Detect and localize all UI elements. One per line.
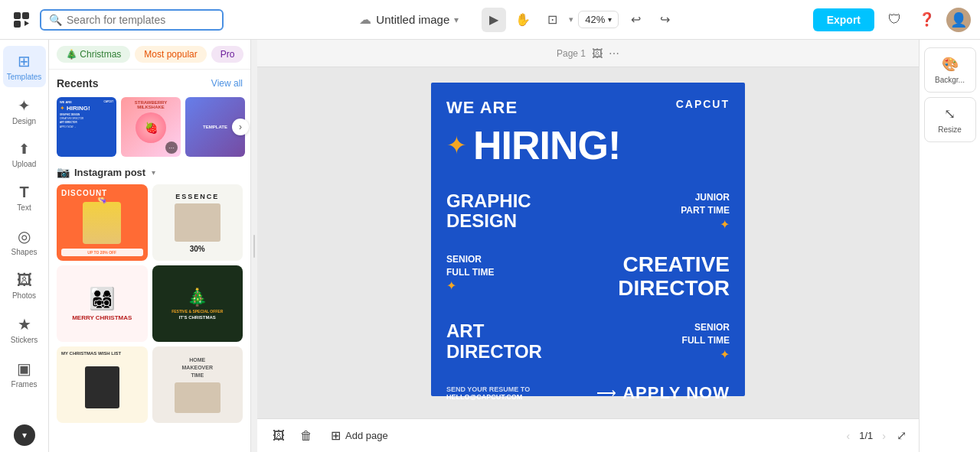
delete-button[interactable]: 🗑 — [297, 426, 315, 446]
view-all-button[interactable]: View all — [211, 78, 243, 89]
frame-chevron-icon[interactable]: ▾ — [569, 15, 573, 24]
topbar-center: ☁ Untitled image ▾ ▶ ✋ ⊡ ▾ 42% ▾ ↩ ↪ — [231, 8, 805, 32]
poster-junior-type: JUNIORPART TIME — [681, 191, 730, 217]
filter-tab-pro[interactable]: Pro — [211, 46, 244, 63]
panel-content: Recents View all WE ARE CAPCUT ✦ HIRING! — [49, 70, 250, 452]
filter-tab-popular[interactable]: Most popular — [135, 46, 206, 63]
bottom-right: ‹ 1/1 › ⤢ — [842, 428, 906, 444]
search-input[interactable] — [67, 14, 214, 26]
svg-rect-1 — [22, 12, 29, 19]
right-panel: 🎨 Backgr... ⤡ Resize — [919, 40, 980, 452]
cursor-tool-button[interactable]: ▶ — [482, 8, 506, 32]
topbar-right: Export 🛡 ❓ 👤 — [813, 8, 971, 32]
canvas-top-bar: Page 1 🖼 ⋯ — [257, 40, 919, 67]
topbar: 🔍 ☁ Untitled image ▾ ▶ ✋ ⊡ ▾ 42% ▾ ↩ ↪ E… — [0, 0, 980, 40]
poster-senior-type: SENIORFULL TIME — [446, 253, 494, 279]
zoom-control[interactable]: 42% ▾ — [578, 11, 619, 28]
sidebar-item-label: Text — [17, 203, 31, 212]
page-photo-icon[interactable]: 🖼 — [592, 47, 603, 60]
help-icon-button[interactable]: ❓ — [914, 8, 939, 32]
sidebar-item-design[interactable]: ✦ Design — [3, 90, 46, 132]
poster-apply-now: APPLY NOW — [622, 383, 730, 403]
hand-tool-button[interactable]: ✋ — [511, 8, 535, 32]
page-nav: ‹ 1/1 › — [842, 428, 890, 444]
recent-thumb-2[interactable]: STRAWBERRYMILKSHAKE 🍓 ⋯ — [121, 97, 181, 157]
add-page-button[interactable]: ⊞ Add page — [325, 425, 394, 446]
poster-hiring: HIRING! — [473, 122, 620, 168]
filter-tab-christmas[interactable]: 🎄 Christmas — [57, 46, 130, 63]
poster-email-section: SEND YOUR RESUME TO HELLO@CAPCUT.COM — [446, 385, 530, 401]
toolbar-icons: ▶ ✋ ⊡ ▾ 42% ▾ ↩ ↪ — [482, 8, 677, 32]
sidebar-item-photos[interactable]: 🖼 Photos — [3, 265, 46, 306]
next-page-button[interactable]: › — [877, 428, 890, 444]
export-button[interactable]: Export — [813, 8, 874, 31]
recent-thumb-1[interactable]: WE ARE CAPCUT ✦ HIRING! GRAPHIC DESIGN C… — [57, 97, 116, 157]
poster-star-sm-icon-2: ✦ — [446, 278, 494, 293]
poster-hiring-row: ✦ HIRING! — [446, 122, 730, 168]
poster-art-left: ARTDIRECTOR — [446, 321, 542, 362]
canvas-bottom-bar: 🖼 🗑 ⊞ Add page ‹ 1/1 › ⤢ — [257, 418, 919, 452]
search-box[interactable]: 🔍 — [40, 9, 224, 31]
sidebar-item-stickers[interactable]: ★ Stickers — [3, 309, 46, 350]
zoom-value: 42% — [585, 14, 605, 25]
sidebar-item-shapes[interactable]: ◎ Shapes — [3, 221, 46, 262]
poster-section-left: GRAPHICDESIGN — [446, 191, 531, 232]
page-more-icon[interactable]: ⋯ — [609, 47, 619, 60]
poster-creative-director-section: SENIORFULL TIME ✦ CREATIVEDIRECTOR — [446, 247, 730, 307]
background-button[interactable]: 🎨 Backgr... — [924, 47, 976, 93]
sidebar-item-templates[interactable]: ⊞ Templates — [3, 46, 46, 87]
instagram-label: Instagram post — [74, 167, 145, 178]
design-icon: ✦ — [18, 96, 31, 115]
instagram-section-header: 📷 Instagram post ▾ — [57, 166, 243, 178]
cloud-icon: ☁ — [359, 12, 371, 27]
chevron-down-icon[interactable]: ▾ — [454, 15, 459, 25]
recents-header: Recents View all — [57, 77, 243, 89]
poster-star-sm-icon: ✦ — [720, 217, 730, 232]
resize-button[interactable]: ⤡ Resize — [924, 97, 976, 142]
filter-tabs: 🎄 Christmas Most popular Pro — [49, 40, 250, 70]
poster-section-left-2: SENIORFULL TIME ✦ — [446, 253, 494, 294]
sidebar-item-upload[interactable]: ⬆ Upload — [3, 135, 46, 174]
sidebar-item-label: Templates — [7, 73, 42, 81]
add-page-label: Add page — [345, 430, 388, 441]
insta-thumb-christmas-sale[interactable]: 🎄 FESTIVE & SPECIAL OFFER IT'S CHRISTMAS — [152, 265, 243, 342]
hiring-poster[interactable]: WE ARE CAPCUT ✦ HIRING! GRAPHICDESIGN — [431, 83, 745, 396]
more-options-button[interactable]: ▾ — [14, 424, 35, 446]
redo-button[interactable]: ↪ — [652, 8, 677, 32]
recents-more-button[interactable]: › — [232, 119, 249, 135]
instagram-chevron-icon[interactable]: ▾ — [152, 168, 155, 177]
sidebar-item-label: Upload — [12, 160, 37, 168]
insta-thumb-wishlist[interactable]: MY CHRISTMAS WISH LIST — [57, 346, 148, 423]
resize-icon: ⤡ — [944, 106, 956, 122]
poster-send-text: SEND YOUR RESUME TO — [446, 385, 530, 393]
insta-thumb-makeover[interactable]: HOMEMAKEOVERTIME — [152, 346, 243, 423]
undo-button[interactable]: ↩ — [623, 8, 648, 32]
canvas-page: WE ARE CAPCUT ✦ HIRING! GRAPHICDESIGN — [431, 83, 745, 396]
canvas-scroll[interactable]: WE ARE CAPCUT ✦ HIRING! GRAPHICDESIGN — [257, 67, 919, 418]
prev-page-button[interactable]: ‹ — [842, 428, 855, 444]
insta-thumb-christmas-family[interactable]: 👨‍👩‍👧‍👦 MERRY CHRISTMAS — [57, 265, 148, 342]
recents-grid: WE ARE CAPCUT ✦ HIRING! GRAPHIC DESIGN C… — [57, 97, 243, 157]
poster-capcut: CAPCUT — [676, 98, 730, 110]
fullscreen-button[interactable]: ⤢ — [897, 428, 906, 443]
poster-graphic-design-section: GRAPHICDESIGN JUNIORPART TIME ✦ — [446, 185, 730, 238]
sidebar-item-label: Shapes — [11, 248, 38, 256]
canvas-photo-button[interactable]: 🖼 — [270, 426, 288, 446]
poster-senior-full-time-2: SENIORFULL TIME — [682, 321, 730, 347]
logo[interactable] — [9, 8, 34, 32]
frame-tool-button[interactable]: ⊡ — [540, 8, 564, 32]
text-icon: T — [19, 184, 28, 201]
poster-art-right: SENIORFULL TIME ✦ — [682, 321, 730, 362]
svg-rect-0 — [14, 12, 21, 19]
avatar[interactable]: 👤 — [946, 8, 971, 32]
sidebar-item-text[interactable]: T Text — [3, 177, 46, 218]
poster-art-director-title: ARTDIRECTOR — [446, 321, 542, 362]
resize-handle[interactable] — [251, 40, 257, 452]
poster-star-sm-icon-3: ✦ — [720, 347, 730, 362]
shield-icon-button[interactable]: 🛡 — [882, 8, 906, 32]
insta-thumb-discount[interactable]: DISCOUNT 👒 UP TO 20% OFF — [57, 184, 148, 261]
page-indicator: Page 1 — [557, 48, 586, 59]
sidebar-item-frames[interactable]: ▣ Frames — [3, 353, 46, 395]
sidebar-item-label: Photos — [12, 291, 36, 300]
insta-thumb-essence[interactable]: ESSENCE 30% — [152, 184, 243, 261]
